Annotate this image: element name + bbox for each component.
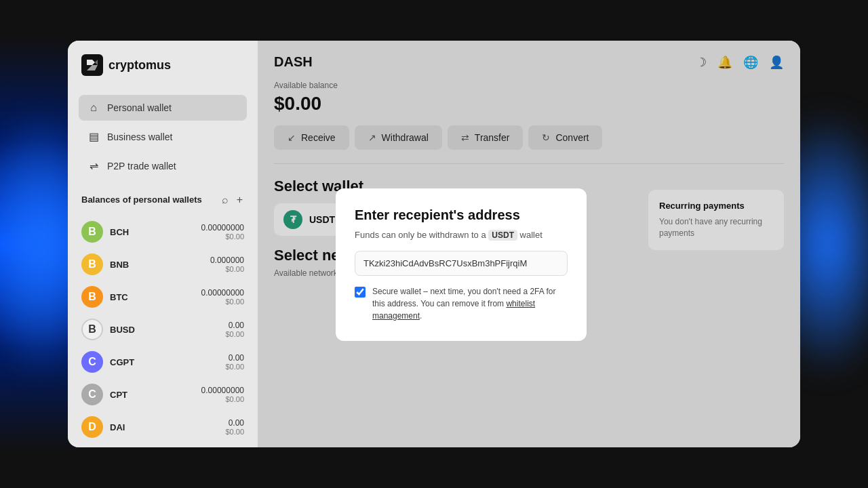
home-icon: ⌂ [87,102,100,114]
briefcase-icon: ▤ [87,130,100,143]
nav-label-business-wallet: Business wallet [107,131,173,142]
coin-balances-btc: 0.00000000 $0.00 [201,288,244,306]
coin-item-cpt[interactable]: C CPT 0.00000000 $0.00 [79,378,247,411]
nav-item-p2p-wallet[interactable]: ⇌ P2P trade wallet [79,152,247,179]
coin-name-bnb: BNB [110,260,129,270]
coin-item-cgpt[interactable]: C CGPT 0.00 $0.00 [79,346,247,378]
coin-item-bch[interactable]: B BCH 0.00000000 $0.00 [79,216,247,248]
modal-desc: Funds can only be withdrawn to a USDT wa… [355,230,568,240]
coin-item-btc[interactable]: B BTC 0.00000000 $0.00 [79,281,247,313]
coin-item-dai[interactable]: D DAI 0.00 $0.00 [79,411,247,443]
coin-icon-busd: B [81,319,103,340]
coin-balances-cpt: 0.00000000 $0.00 [201,386,244,403]
coin-name-bch: BCH [110,227,129,237]
coin-icon-btc: B [81,286,103,308]
coin-balances-cgpt: 0.00 $0.00 [225,353,244,371]
modal-overlay: Enter recepient's address Funds can only… [258,41,800,447]
balances-section-header: Balances of personal wallets ⌕ + [81,192,244,207]
coin-name-cpt: CPT [110,390,127,400]
modal-desc-highlight: USDT [488,230,517,241]
coin-balance-crypto-bnb: 0.000000 [210,256,244,265]
balances-title: Balances of personal wallets [81,195,202,206]
coin-name-dai: DAI [110,422,125,432]
coin-item-busd[interactable]: B BUSD 0.00 $0.00 [79,313,247,346]
coin-icon-bch: B [81,221,103,243]
nav-item-business-wallet[interactable]: ▤ Business wallet [79,123,247,150]
nav-item-personal-wallet[interactable]: ⌂ Personal wallet [79,95,247,121]
sidebar: cryptomus ⌂ Personal wallet ▤ Business w… [68,41,258,447]
main-content: DASH ☽ 🔔 🌐 👤 Available balance $0.00 ↙ R… [258,41,800,447]
modal-desc-suffix: wallet [520,230,542,240]
secure-wallet-checkbox[interactable] [355,287,366,298]
nav-label-p2p-wallet: P2P trade wallet [107,161,176,171]
section-actions: ⌕ + [220,192,244,207]
add-balance-button[interactable]: + [235,192,244,207]
modal-enter-address: Enter recepient's address Funds can only… [336,188,587,341]
coin-balances-bnb: 0.000000 $0.00 [210,256,244,273]
coin-balance-crypto-cpt: 0.00000000 [201,386,244,395]
coin-icon-dai: D [81,416,103,438]
coin-balances-busd: 0.00 $0.00 [225,321,244,338]
coin-balance-usd-cgpt: $0.00 [225,363,244,371]
coin-icon-cpt: C [81,384,103,405]
coin-balances-dai: 0.00 $0.00 [225,418,244,436]
coin-balance-crypto-bch: 0.00000000 [201,223,244,232]
logo-text: cryptomus [108,58,171,73]
modal-title: Enter recepient's address [355,207,568,223]
coin-icon-bnb: B [81,253,103,275]
coin-balance-usd-cpt: $0.00 [201,395,244,403]
coin-balance-crypto-dai: 0.00 [225,418,244,428]
coin-balance-usd-dai: $0.00 [225,428,244,436]
coin-balance-crypto-cgpt: 0.00 [225,353,244,363]
coin-name-btc: BTC [110,292,128,302]
search-balances-button[interactable]: ⌕ [220,192,230,207]
nav-label-personal-wallet: Personal wallet [107,102,172,113]
coin-icon-cgpt: C [81,351,103,373]
logo-icon [81,54,103,76]
coin-item-bnb[interactable]: B BNB 0.000000 $0.00 [79,248,247,281]
coin-balance-crypto-btc: 0.00000000 [201,288,244,298]
coin-balance-usd-bch: $0.00 [201,232,244,241]
coin-list: B BCH 0.00000000 $0.00 B BNB 0.000000 $0… [79,216,247,443]
app-window: cryptomus ⌂ Personal wallet ▤ Business w… [68,41,800,447]
coin-name-cgpt: CGPT [110,357,134,367]
p2p-icon: ⇌ [87,159,100,172]
modal-checkbox-label: Secure wallet – next time, you don't nee… [372,285,568,322]
coin-balance-usd-btc: $0.00 [201,298,244,306]
coin-name-busd: BUSD [110,325,135,335]
modal-checkbox-row: Secure wallet – next time, you don't nee… [355,285,568,322]
logo: cryptomus [79,54,247,76]
coin-balance-crypto-busd: 0.00 [225,321,244,330]
coin-balance-usd-busd: $0.00 [225,330,244,338]
modal-desc-prefix: Funds can only be withdrawn to a [355,230,486,240]
coin-balances-bch: 0.00000000 $0.00 [201,223,244,241]
recipient-address-input[interactable]: TKzki23hiCdAdvBsRC7UsxBm3hPFijrqiM [355,251,568,276]
coin-balance-usd-bnb: $0.00 [210,265,244,273]
